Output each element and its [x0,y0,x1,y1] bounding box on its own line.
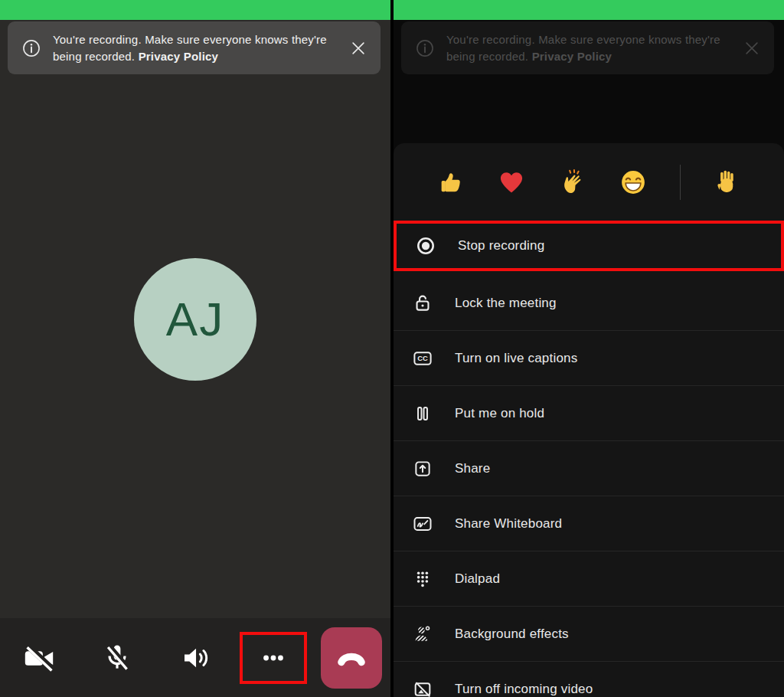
hang-up-icon [333,640,370,676]
raised-hand-emoji[interactable] [712,168,741,197]
menu-item-label: Share Whiteboard [455,516,562,532]
hang-up-button[interactable] [321,627,382,689]
close-icon [743,40,760,57]
call-overflow-menu: Stop recording Lock the meeting CC Turn … [394,143,784,697]
mic-off-button[interactable] [100,640,135,676]
menu-item-label: Turn on live captions [455,351,577,366]
privacy-policy-link[interactable]: Privacy Policy [139,50,219,63]
menu-item-turn-off-incoming-video[interactable]: Turn off incoming video [394,662,784,697]
menu-item-lock-meeting[interactable]: Lock the meeting [394,276,784,331]
reactions-divider [680,165,681,200]
menu-item-dialpad[interactable]: Dialpad [394,551,784,607]
call-stage: AJ [0,20,390,618]
call-status-bar [394,0,784,20]
privacy-policy-link: Privacy Policy [532,50,612,63]
clapping-hands-emoji[interactable] [558,168,587,197]
camera-off-button[interactable] [21,640,57,676]
menu-item-background-effects[interactable]: Background effects [394,607,784,662]
call-screen-panel: AJ You're recording. Make sure everyone … [0,0,390,697]
avatar: AJ [134,258,256,381]
info-icon [21,38,41,58]
mic-off-icon [101,642,133,674]
thumbs-up-emoji[interactable] [436,168,466,197]
svg-text:CC: CC [417,355,428,362]
recording-banner: You're recording. Make sure everyone kno… [8,21,381,74]
camera-off-icon [23,642,55,674]
heart-emoji[interactable] [497,168,526,197]
record-icon [415,235,436,257]
call-status-bar [0,0,390,20]
menu-item-label: Put me on hold [455,406,544,421]
reactions-row [394,143,784,221]
recording-banner-text: You're recording. Make sure everyone kno… [446,31,732,65]
lock-icon [412,293,433,314]
more-options-button[interactable] [256,640,291,676]
hold-icon [412,403,433,424]
speaker-icon [179,642,211,674]
menu-item-label: Dialpad [455,571,500,587]
menu-item-label: Background effects [455,627,569,642]
close-icon[interactable] [350,40,367,57]
menu-item-hold[interactable]: Put me on hold [394,386,784,441]
menu-item-share[interactable]: Share [394,441,784,496]
menu-item-label: Lock the meeting [455,296,557,311]
share-icon [412,458,433,479]
recording-banner-dimmed: You're recording. Make sure everyone kno… [401,21,774,74]
menu-item-label: Stop recording [458,238,544,254]
menu-item-live-captions[interactable]: CC Turn on live captions [394,331,784,386]
info-icon [415,38,435,58]
menu-item-label: Share [455,461,490,476]
menu-item-share-whiteboard[interactable]: Share Whiteboard [394,496,784,551]
speaker-button[interactable] [178,640,213,676]
whiteboard-icon [412,513,433,535]
call-controls-toolbar [0,618,390,697]
teams-call-screenshot: AJ You're recording. Make sure everyone … [0,0,784,697]
more-options-icon [257,642,289,674]
recording-banner-text: You're recording. Make sure everyone kno… [53,31,338,65]
menu-item-stop-recording[interactable]: Stop recording [394,221,784,271]
more-options-highlight-box [240,632,307,684]
menu-item-label: Turn off incoming video [455,682,593,697]
grinning-face-emoji[interactable] [619,168,648,197]
cc-icon: CC [412,348,433,369]
background-effects-icon [412,623,433,645]
overflow-menu-panel: You're recording. Make sure everyone kno… [394,0,784,697]
dialpad-icon [412,568,433,590]
video-off-icon [412,679,433,697]
